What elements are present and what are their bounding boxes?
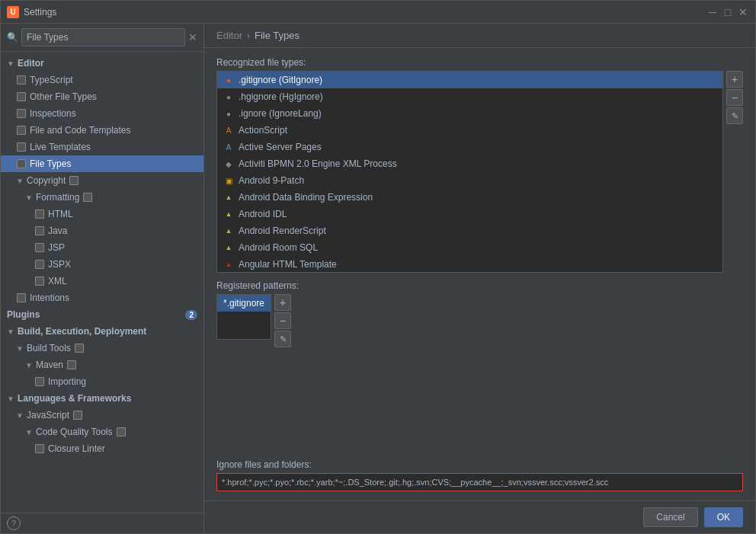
window-title: Settings (24, 7, 706, 18)
lang-frameworks-label: Languages & Frameworks (18, 393, 131, 404)
sidebar-item-copyright[interactable]: ▼ Copyright (1, 172, 203, 189)
sidebar-item-typescript[interactable]: TypeScript (1, 72, 203, 88)
sidebar-item-html[interactable]: HTML (1, 206, 203, 222)
file-type-icon: A (223, 142, 234, 152)
sidebar-item-file-types[interactable]: File Types (1, 155, 203, 172)
plugins-label: Plugins (7, 309, 40, 320)
sidebar-item-build-exec[interactable]: ▼ Build, Execution, Deployment (1, 323, 203, 340)
sidebar-item-java[interactable]: Java (1, 222, 203, 239)
sidebar-item-editor[interactable]: ▼ Editor (1, 55, 203, 72)
file-type-item[interactable]: ◆Activiti BPMN 2.0 Engine XML Process (217, 155, 722, 172)
settings-page-icon (34, 443, 45, 454)
sidebar-item-build-tools[interactable]: ▼ Build Tools (1, 340, 203, 357)
sidebar-item-jsp[interactable]: JSP (1, 239, 203, 256)
sidebar-item-javascript[interactable]: ▼ JavaScript (1, 407, 203, 424)
expand-arrow: ▼ (7, 395, 14, 403)
file-type-item[interactable]: ●.ignore (IgnoreLang) (217, 105, 722, 122)
sidebar-item-maven[interactable]: ▼ Maven (1, 357, 203, 373)
file-type-name: Android 9-Patch (239, 175, 304, 186)
add-pattern-button[interactable]: + (274, 294, 291, 311)
file-type-name: .hgignore (HgIgnore) (239, 91, 323, 102)
expand-arrow: ▼ (7, 328, 14, 336)
file-type-item[interactable]: ▲Android IDL (217, 206, 722, 222)
file-type-item[interactable]: ●.gitignore (GitIgnore) (217, 72, 722, 88)
edit-pattern-button[interactable]: ✎ (274, 331, 291, 347)
sidebar-item-jspx[interactable]: JSPX (1, 256, 203, 273)
sidebar-item-closure-linter[interactable]: Closure Linter (1, 440, 203, 457)
breadcrumb-separator: › (247, 30, 250, 41)
cancel-button[interactable]: Cancel (643, 507, 697, 527)
file-type-name: Activiti BPMN 2.0 Engine XML Process (239, 158, 397, 169)
expand-arrow: ▼ (25, 428, 33, 436)
sidebar-item-intentions[interactable]: Intentions (1, 289, 203, 306)
expand-arrow: ▼ (7, 59, 14, 68)
file-type-name: Angular HTML Template (239, 259, 337, 270)
file-type-icon: ▲ (223, 242, 234, 253)
maximize-button[interactable]: □ (722, 6, 734, 18)
ignore-input[interactable] (222, 478, 738, 487)
file-types-label: File Types (30, 158, 71, 169)
search-icon: 🔍 (7, 32, 18, 43)
search-input[interactable] (21, 28, 185, 46)
patterns-list[interactable]: *.gitignore (216, 294, 271, 340)
search-clear-icon[interactable]: ✕ (188, 31, 197, 43)
formatting-label: Formatting (36, 192, 79, 203)
sidebar-item-other-file-types[interactable]: Other File Types (1, 88, 203, 105)
sidebar-item-file-code-templates[interactable]: File and Code Templates (1, 122, 203, 139)
panel-header: Editor › File Types (204, 24, 755, 48)
ok-button[interactable]: OK (704, 507, 743, 527)
expand-arrow: ▼ (16, 177, 24, 185)
file-type-icon: ● (223, 91, 234, 102)
intentions-label: Intentions (30, 293, 69, 303)
file-type-icon: A (223, 125, 234, 136)
file-type-icon: ● (223, 75, 234, 85)
file-type-name: Android Data Binding Expression (239, 192, 373, 203)
java-label: Java (48, 225, 67, 236)
help-button[interactable]: ? (7, 516, 21, 530)
sidebar-item-plugins[interactable]: Plugins 2 (1, 306, 203, 323)
file-type-name: Android Room SQL (239, 242, 318, 253)
file-type-item[interactable]: AActionScript (217, 122, 722, 139)
sidebar-item-formatting[interactable]: ▼ Formatting (1, 189, 203, 206)
close-button[interactable]: ✕ (737, 6, 749, 18)
plugins-badge: 2 (185, 310, 197, 320)
build-exec-label: Build, Execution, Deployment (18, 326, 146, 337)
tree-container: ▼ Editor TypeScript Other File Types Ins… (1, 52, 203, 513)
sidebar-item-live-templates[interactable]: Live Templates (1, 139, 203, 155)
file-type-item[interactable]: ▲Android Room SQL (217, 239, 722, 256)
file-type-item[interactable]: ▣Android 9-Patch (217, 172, 722, 189)
importing-label: Importing (48, 376, 86, 387)
sidebar-item-importing[interactable]: Importing (1, 373, 203, 390)
sidebar-item-code-quality[interactable]: ▼ Code Quality Tools (1, 424, 203, 440)
sidebar-item-inspections[interactable]: Inspections (1, 105, 203, 122)
file-code-templates-label: File and Code Templates (30, 125, 131, 136)
typescript-label: TypeScript (30, 75, 73, 85)
settings-page-icon (66, 360, 77, 370)
file-type-item[interactable]: ▲Android RenderScript (217, 222, 722, 239)
expand-arrow: ▼ (25, 361, 33, 369)
ignore-label: Ignore files and folders: (216, 459, 743, 470)
settings-page-icon (16, 108, 27, 119)
sidebar-item-xml[interactable]: XML (1, 273, 203, 289)
minimize-button[interactable]: ─ (706, 6, 719, 18)
file-type-icon: ▲ (223, 209, 234, 219)
file-type-name: Android IDL (239, 209, 287, 219)
settings-page-icon (34, 376, 45, 387)
titlebar: U Settings ─ □ ✕ (1, 1, 755, 24)
patterns-list-container: *.gitignore + − ✎ (216, 294, 743, 347)
patterns-buttons: + − ✎ (271, 294, 291, 347)
file-type-item[interactable]: ▲Angular HTML Template (217, 256, 722, 273)
remove-file-type-button[interactable]: − (726, 89, 743, 106)
file-type-item[interactable]: ●.hgignore (HgIgnore) (217, 88, 722, 105)
sidebar-item-lang-frameworks[interactable]: ▼ Languages & Frameworks (1, 390, 203, 407)
file-types-list[interactable]: ●.gitignore (GitIgnore)●.hgignore (HgIgn… (216, 71, 723, 273)
file-type-item[interactable]: ▲Android Data Binding Expression (217, 189, 722, 206)
add-file-type-button[interactable]: + (726, 71, 743, 88)
edit-file-type-button[interactable]: ✎ (726, 107, 743, 124)
pattern-item[interactable]: *.gitignore (217, 295, 271, 312)
settings-page-icon (34, 209, 45, 219)
remove-pattern-button[interactable]: − (274, 312, 291, 329)
settings-page-icon (16, 293, 27, 303)
file-type-item[interactable]: AActive Server Pages (217, 139, 722, 155)
settings-page-icon (34, 242, 45, 253)
